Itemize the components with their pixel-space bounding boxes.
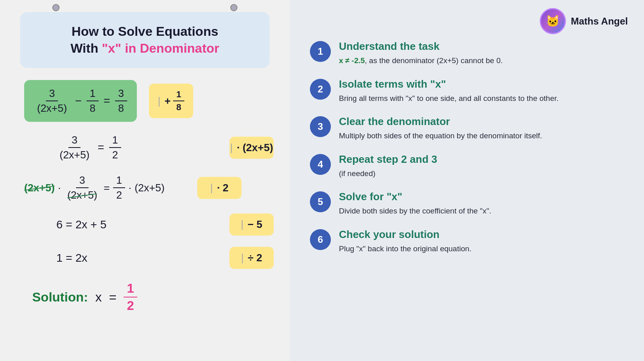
step-6: 6 Check your solution Plug "x" back into… <box>310 228 624 255</box>
step-1-content: Understand the task x ≠ -2.5, as the den… <box>339 40 503 67</box>
title-heading: How to Solve Equations With "x" in Denom… <box>36 23 254 57</box>
math-area: 3 (2x+5) − 1 8 = 3 8 | + 1 8 <box>16 80 274 314</box>
step-badge-3: 3 <box>310 116 331 137</box>
step-badge-1: 1 <box>310 41 331 62</box>
title-card: How to Solve Equations With "x" in Denom… <box>20 12 270 68</box>
step-6-desc: Plug "x" back into the original equation… <box>339 243 471 255</box>
step-5-content: Solve for "x" Divide both sides by the c… <box>339 191 491 217</box>
hint-2: | · (2x+5) <box>229 137 274 159</box>
step-badge-2: 2 <box>310 79 331 100</box>
expr-row2: 3 (2x+5) = 1 2 <box>56 133 217 162</box>
step-3: 3 Clear the denominator Multiply both si… <box>310 115 624 142</box>
expr-row3: (2x+5) · 3 (2x+5) = 1 2 · (2x+5) <box>24 173 185 202</box>
hint-1: | + 1 8 <box>149 84 193 118</box>
step-5: 5 Solve for "x" Divide both sides by the… <box>310 191 624 217</box>
expr-row4: 6 = 2x + 5 <box>56 218 217 231</box>
step-1-title: Understand the task <box>339 40 503 53</box>
step-2-content: Isolate terms with "x" Bring all terms w… <box>339 78 559 105</box>
step-4: 4 Repeat step 2 and 3 (if needed) <box>310 153 624 180</box>
equation-row-1: 3 (2x+5) − 1 8 = 3 8 | + 1 8 <box>24 80 274 122</box>
hint-3: | · 2 <box>197 177 242 199</box>
equation-row-3: (2x+5) · 3 (2x+5) = 1 2 · (2x+5) | · 2 <box>24 173 274 202</box>
frac-1-8: 1 8 <box>87 86 99 115</box>
expr-row5: 1 = 2x <box>56 252 217 265</box>
step-6-title: Check your solution <box>339 228 471 241</box>
step-badge-4: 4 <box>310 154 331 175</box>
step-badge-6: 6 <box>310 229 331 250</box>
equation-row-4: 6 = 2x + 5 | − 5 <box>24 213 274 236</box>
step-3-desc: Multiply both sides of the equation by t… <box>339 130 542 142</box>
right-panel: 🐱 Maths Angel 1 Understand the task x ≠ … <box>290 0 644 361</box>
frac-3-2x5: 3 (2x+5) <box>34 86 70 115</box>
frac-3-8: 3 8 <box>115 86 127 115</box>
step-1-desc: x ≠ -2.5, as the denominator (2x+5) cann… <box>339 55 503 67</box>
avatar: 🐱 <box>540 8 566 34</box>
step-5-desc: Divide both sides by the coefficient of … <box>339 205 491 217</box>
step-2-title: Isolate terms with "x" <box>339 78 559 90</box>
step-1: 1 Understand the task x ≠ -2.5, as the d… <box>310 40 624 67</box>
step-4-desc: (if needed) <box>339 168 437 180</box>
step-3-content: Clear the denominator Multiply both side… <box>339 115 542 142</box>
solution-x: x <box>95 290 102 305</box>
hint-4: | − 5 <box>229 213 274 236</box>
equation-row-2: 3 (2x+5) = 1 2 | · (2x+5) <box>24 133 274 162</box>
solution-row: Solution: x = 1 2 <box>24 280 274 314</box>
equation-row-5: 1 = 2x | ÷ 2 <box>24 247 274 269</box>
step-4-content: Repeat step 2 and 3 (if needed) <box>339 153 437 180</box>
step-2-desc: Bring all terms with "x" to one side, an… <box>339 93 559 105</box>
step-6-content: Check your solution Plug "x" back into t… <box>339 228 471 255</box>
brand-name: Maths Angel <box>571 16 628 27</box>
solution-equals: = <box>109 290 117 305</box>
hint-5: | ÷ 2 <box>229 247 274 269</box>
solution-fraction: 1 2 <box>124 280 137 314</box>
step-4-title: Repeat step 2 and 3 <box>339 153 437 166</box>
step-3-title: Clear the denominator <box>339 115 542 128</box>
step-5-title: Solve for "x" <box>339 191 491 203</box>
solution-label: Solution: <box>32 290 88 305</box>
branding: 🐱 Maths Angel <box>540 8 628 34</box>
step-2: 2 Isolate terms with "x" Bring all terms… <box>310 78 624 105</box>
equation-green-box: 3 (2x+5) − 1 8 = 3 8 <box>24 80 137 122</box>
left-panel: How to Solve Equations With "x" in Denom… <box>0 0 290 361</box>
hint-frac-1-8: 1 8 <box>173 88 184 113</box>
step-badge-5: 5 <box>310 191 331 212</box>
